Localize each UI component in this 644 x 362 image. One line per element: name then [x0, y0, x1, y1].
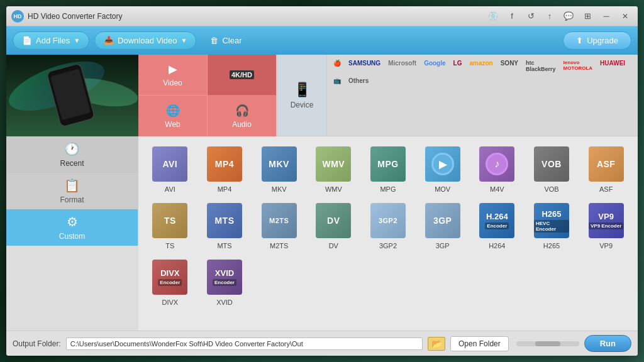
- amazon-brand[interactable]: amazon: [467, 58, 495, 74]
- format-icon: 📋: [64, 178, 80, 193]
- download-video-label: Download Video: [118, 36, 177, 45]
- h264-label: H264: [489, 242, 505, 250]
- format-dv[interactable]: DV DV: [308, 199, 359, 252]
- vob-label: VOB: [544, 185, 558, 193]
- chat-icon[interactable]: 💬: [561, 11, 576, 22]
- add-files-label: Add Files: [36, 36, 70, 45]
- brands-section: 🍎 SAMSUNG Microsoft Google LG amazon SON…: [327, 55, 638, 136]
- apple-brand[interactable]: 🍎: [331, 58, 343, 74]
- format-tab[interactable]: 📋 Format: [6, 173, 138, 209]
- m2ts-label: M2TS: [270, 242, 288, 250]
- vp9-label: VP9: [599, 242, 613, 250]
- open-folder-button[interactable]: Open Folder: [450, 336, 509, 351]
- add-files-dropdown-icon: ▼: [74, 37, 80, 44]
- left-panel: 🕐 Recent 📋 Format ⚙ Custom: [6, 55, 138, 331]
- asf-label: ASF: [599, 185, 613, 193]
- 3gp-label: 3GP: [436, 242, 450, 250]
- dvd-icon[interactable]: 💿: [486, 11, 501, 22]
- h265-label: H265: [543, 242, 560, 250]
- format-vp9[interactable]: VP9 VP9 Encoder VP9: [580, 199, 631, 252]
- upgrade-icon: ⬆: [576, 36, 583, 45]
- microsoft-brand[interactable]: Microsoft: [386, 58, 419, 74]
- scrollbar[interactable]: [516, 341, 579, 346]
- custom-tab[interactable]: ⚙ Custom: [6, 209, 138, 246]
- device-tab[interactable]: 📱 Device: [277, 55, 327, 136]
- download-icon: 📥: [104, 36, 114, 45]
- upgrade-button[interactable]: ⬆ Upgrade: [563, 31, 631, 50]
- clear-button[interactable]: 🗑 Clear: [201, 32, 250, 49]
- xvid-label: XVID: [216, 299, 233, 306]
- title-controls: 💿 f ↺ ↑ 💬 ⊞ ─ ✕: [486, 11, 633, 22]
- preview-area: [6, 55, 138, 136]
- format-avi[interactable]: AVI AVI: [145, 143, 196, 195]
- lg-brand[interactable]: LG: [451, 58, 465, 74]
- format-mts[interactable]: MTS MTS: [199, 199, 250, 252]
- main-window: HD HD Video Converter Factory 💿 f ↺ ↑ 💬 …: [6, 6, 638, 356]
- recent-icon: 🕐: [64, 141, 80, 156]
- download-video-button[interactable]: 📥 Download Video ▼: [94, 31, 196, 50]
- fourk-tab[interactable]: 4K/HD: [208, 55, 277, 96]
- title-bar: HD HD Video Converter Factory 💿 f ↺ ↑ 💬 …: [6, 6, 638, 26]
- samsung-brand[interactable]: SAMSUNG: [346, 58, 383, 74]
- trash-icon: 🗑: [210, 36, 218, 45]
- grid-icon[interactable]: ⊞: [580, 11, 595, 22]
- tv-brand[interactable]: 📺: [331, 76, 343, 85]
- custom-icon: ⚙: [67, 214, 78, 229]
- web-label: Web: [165, 120, 180, 129]
- mts-label: MTS: [217, 242, 231, 250]
- format-m4v[interactable]: ♪ M4V: [472, 143, 523, 195]
- format-wmv[interactable]: WMV WMV: [308, 143, 359, 195]
- format-grid-container: AVI AVI MP4 MP4: [138, 136, 638, 331]
- format-h264[interactable]: H.264 Encoder H264: [472, 199, 523, 252]
- m4v-label: M4V: [490, 185, 504, 193]
- others-brand[interactable]: Others: [346, 76, 371, 85]
- google-brand[interactable]: Google: [421, 58, 448, 74]
- format-mov[interactable]: ▶ MOV: [417, 143, 468, 195]
- video-tab[interactable]: ▶ Video: [138, 55, 208, 96]
- undo-icon[interactable]: ↺: [523, 11, 538, 22]
- toolbar: 📄 Add Files ▼ 📥 Download Video ▼ 🗑 Clear…: [6, 26, 638, 55]
- format-ts[interactable]: TS TS: [145, 199, 196, 252]
- format-vob[interactable]: VOB VOB: [526, 143, 577, 195]
- browse-folder-button[interactable]: 📂: [428, 337, 445, 351]
- video-icon: ▶: [169, 62, 177, 76]
- download-dropdown-icon: ▼: [181, 37, 187, 44]
- add-files-button[interactable]: 📄 Add Files ▼: [13, 31, 89, 50]
- custom-label: Custom: [59, 232, 85, 241]
- preview-image: [6, 55, 138, 136]
- audio-tab[interactable]: 🎧 Audio: [208, 96, 277, 136]
- format-mkv[interactable]: MKV MKV: [253, 143, 304, 195]
- huawei-brand[interactable]: HUAWEI: [597, 58, 628, 74]
- format-divx[interactable]: DIVX Encoder DIVX: [145, 256, 196, 309]
- audio-icon: 🎧: [235, 104, 249, 118]
- format-asf[interactable]: ASF ASF: [580, 143, 631, 195]
- format-3gp2[interactable]: 3GP2 3GP2: [363, 199, 414, 252]
- mp4-label: MP4: [218, 185, 232, 193]
- format-m2ts[interactable]: M2TS M2TS: [253, 199, 304, 252]
- minimize-icon[interactable]: ─: [599, 11, 614, 22]
- bottom-bar: Output Folder: C:\Users\user\Documents\W…: [6, 331, 638, 356]
- web-icon: 🌐: [166, 104, 180, 118]
- scrollbar-thumb[interactable]: [535, 341, 560, 346]
- htc-brand[interactable]: htcBlackBerry: [523, 58, 558, 74]
- sony-brand[interactable]: SONY: [498, 58, 521, 74]
- lenovo-brand[interactable]: lenovoMOTOROLA: [561, 58, 596, 74]
- app-icon: HD: [11, 10, 24, 23]
- format-3gp[interactable]: 3GP 3GP: [417, 199, 468, 252]
- format-xvid[interactable]: XVID Encoder XVID: [199, 256, 250, 309]
- format-h265[interactable]: H265 HEVC Encoder H265: [526, 199, 577, 252]
- facebook-icon[interactable]: f: [504, 11, 519, 22]
- video-label: Video: [163, 79, 182, 87]
- upload-icon[interactable]: ↑: [542, 11, 557, 22]
- web-tab[interactable]: 🌐 Web: [138, 96, 208, 136]
- mov-label: MOV: [435, 185, 450, 193]
- output-folder-label: Output Folder:: [13, 339, 61, 348]
- run-button[interactable]: Run: [584, 335, 631, 352]
- clear-label: Clear: [222, 36, 242, 45]
- device-label: Device: [291, 101, 314, 109]
- fourk-icon: 4K/HD: [230, 70, 254, 79]
- close-icon[interactable]: ✕: [618, 11, 633, 22]
- format-mp4[interactable]: MP4 MP4: [199, 143, 250, 195]
- recent-tab[interactable]: 🕐 Recent: [6, 136, 138, 173]
- format-mpg[interactable]: MPG MPG: [363, 143, 414, 195]
